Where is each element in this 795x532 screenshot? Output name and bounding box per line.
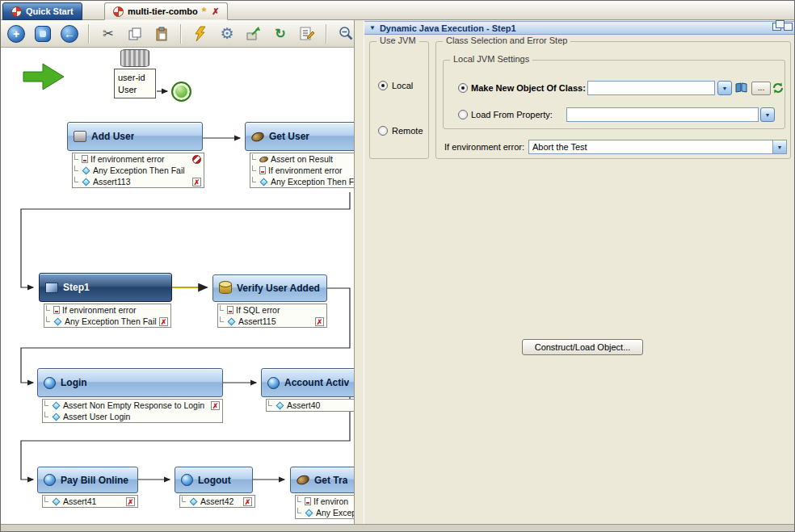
step-node-verify-user-added[interactable]: Verify User Added [212, 274, 327, 302]
assertion-list: Assert on Result If environment error An… [250, 153, 354, 188]
maximize-panel-icon[interactable] [784, 23, 793, 31]
assert-row[interactable]: Any Exception Then Fail ✗ [44, 316, 170, 327]
assert-row[interactable]: Assert40 [267, 400, 354, 411]
assert-row[interactable]: Any Exception Then F [250, 176, 354, 187]
assertion-list: If SQL error Assert115 ✗ [217, 304, 327, 328]
browse-file-button[interactable]: ... [751, 82, 771, 95]
node-title: Get User [269, 131, 309, 142]
scissors-icon: ✂ [103, 26, 113, 41]
refresh-button[interactable] [772, 82, 784, 94]
workflow-canvas[interactable]: user-id User Add User If environment err… [1, 48, 354, 524]
dataset-icon[interactable] [120, 49, 149, 67]
local-radio-label[interactable]: Local [392, 81, 413, 90]
stop-icon [35, 26, 51, 42]
collapse-icon[interactable]: ▼ [369, 24, 376, 31]
lightning-icon [192, 26, 208, 42]
export-button[interactable] [243, 23, 264, 44]
assert-row[interactable]: Assert113 ✗ [73, 176, 204, 187]
tab-multi-tier-combo[interactable]: multi-tier-combo * ✗ [104, 2, 228, 20]
edit-checklist-button[interactable] [297, 23, 318, 44]
assertion-list: If environ Any Excep [295, 495, 354, 519]
assert-row[interactable]: Any Excep [296, 507, 354, 518]
paste-icon [154, 27, 169, 41]
panel-header[interactable]: ▼ Dynamic Java Execution - Step1 [364, 21, 795, 35]
class-selection-group: Class Selection and Error Step Local JVM… [435, 41, 791, 159]
remote-radio[interactable] [378, 126, 388, 136]
toolbar-separator [180, 24, 182, 44]
step-node-step1[interactable]: Step1 [39, 273, 172, 302]
class-dropdown-button[interactable]: ▼ [717, 81, 732, 95]
property-name-input[interactable] [566, 107, 759, 122]
zoom-out-button[interactable] [335, 23, 354, 44]
assert-icon [53, 306, 60, 314]
assert-row[interactable]: Any Exception Then Fail [73, 165, 204, 176]
assert-row[interactable]: Assert on Result [250, 153, 354, 165]
dataset-label[interactable]: user-id User [114, 69, 156, 98]
group-title: Use JVM [376, 36, 419, 45]
checklist-icon [299, 26, 315, 42]
browse-classes-button[interactable] [734, 82, 748, 94]
class-name-input[interactable] [587, 81, 715, 95]
chevron-down-icon: ▼ [722, 86, 728, 91]
chevron-down-icon[interactable]: ▼ [772, 140, 786, 153]
remote-radio-label[interactable]: Remote [392, 126, 423, 136]
assert-icon [54, 317, 62, 325]
tab-quick-start[interactable]: Quick Start [2, 2, 82, 20]
node-title: Pay Bill Online [61, 475, 128, 486]
panel-title: Dynamic Java Execution - Step1 [380, 23, 516, 33]
run-button[interactable] [190, 23, 211, 44]
node-title: Logout [198, 475, 231, 486]
local-radio[interactable] [378, 81, 388, 90]
assert-label: If environ [313, 496, 348, 506]
step-node-account-activated[interactable]: Account Activ [261, 368, 354, 397]
assert-label: Assert Non Empty Response to Login [63, 400, 204, 410]
back-button[interactable]: ← [59, 23, 80, 44]
gear-icon: ⚙ [220, 24, 233, 43]
tab-label: Quick Start [26, 6, 74, 16]
env-error-select[interactable]: Abort the Test ▼ [528, 140, 787, 154]
toolbar-separator [326, 24, 327, 44]
assert-row[interactable]: If environment error [44, 304, 170, 316]
new-button[interactable]: + [6, 23, 27, 44]
load-from-property-radio[interactable] [458, 110, 468, 119]
fail-icon: ✗ [126, 497, 135, 506]
assert-row[interactable]: If SQL error [218, 304, 326, 316]
make-new-object-label[interactable]: Make New Object Of Class: [471, 83, 586, 93]
record-step-icon[interactable] [171, 82, 191, 102]
copy-button[interactable] [124, 23, 145, 44]
step-node-login[interactable]: Login [37, 368, 223, 397]
database-icon [219, 283, 232, 294]
local-jvm-settings-group: Local JVM Settings Make New Object Of Cl… [443, 60, 785, 129]
assert-row[interactable]: If environment error [250, 165, 354, 176]
settings-button[interactable]: ⚙ [217, 23, 238, 44]
property-dropdown-button[interactable]: ▼ [760, 107, 775, 122]
fail-icon: ✗ [315, 317, 324, 326]
stop-button[interactable] [32, 23, 53, 44]
assert-row[interactable]: Assert42 ✗ [180, 496, 254, 507]
step-node-get-user[interactable]: Get User [245, 122, 354, 151]
close-tab-icon[interactable]: ✗ [210, 6, 219, 17]
float-panel-icon[interactable] [772, 23, 781, 31]
step-node-add-user[interactable]: Add User [67, 122, 203, 151]
assert-row[interactable]: Assert115 ✗ [218, 316, 326, 327]
paste-button[interactable] [151, 23, 172, 44]
assert-icon [53, 413, 61, 421]
assert-row[interactable]: Assert User Login [43, 411, 222, 422]
splitter[interactable] [354, 20, 364, 524]
assert-label: If SQL error [236, 305, 280, 315]
cut-button[interactable]: ✂ [98, 23, 119, 44]
load-from-property-label[interactable]: Load From Property: [471, 110, 553, 119]
assert-icon [305, 509, 313, 517]
assert-row[interactable]: Assert Non Empty Response to Login ✗ [43, 400, 222, 411]
redeploy-button[interactable]: ↻ [270, 23, 291, 44]
assert-row[interactable]: Assert41 ✗ [43, 496, 137, 507]
step-node-pay-bill-online[interactable]: Pay Bill Online [37, 467, 138, 493]
app-logo-icon [11, 6, 22, 17]
construct-load-object-button[interactable]: Construct/Load Object... [522, 339, 643, 355]
assert-row[interactable]: If environ [296, 496, 354, 507]
assert-row[interactable]: If environment error [73, 153, 204, 165]
make-new-object-radio[interactable] [458, 83, 468, 93]
step-node-logout[interactable]: Logout [175, 467, 253, 493]
step-node-get-transactions[interactable]: Get Tra [290, 467, 354, 493]
globe-icon [44, 474, 56, 486]
